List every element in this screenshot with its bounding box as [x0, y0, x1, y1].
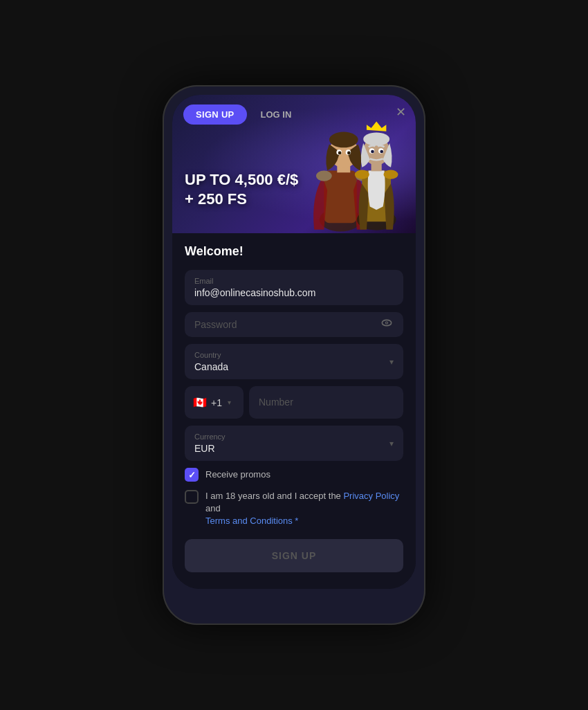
phone-row: 🇨🇦 +1 ▾ Number [185, 386, 403, 419]
currency-value: EUR [194, 443, 394, 454]
hero-banner: SIGN UP LOG IN ✕ [172, 95, 416, 233]
tab-signup[interactable]: SIGN UP [183, 104, 247, 125]
country-field[interactable]: Country Canada ▾ [185, 344, 403, 379]
tos-connector: and [205, 503, 221, 513]
svg-point-18 [371, 150, 374, 154]
promo-text: UP TO 4,500 €/$ + 250 FS [185, 170, 298, 210]
canada-flag-icon: 🇨🇦 [193, 396, 207, 409]
tab-row: SIGN UP LOG IN [183, 104, 301, 125]
promo-line2: + 250 FS [185, 190, 298, 210]
svg-point-19 [380, 150, 383, 154]
country-label: Country [194, 351, 394, 359]
privacy-policy-link[interactable]: Privacy Policy [343, 491, 399, 501]
email-field[interactable]: Email info@onlinecasinoshub.com [185, 270, 403, 305]
svg-point-4 [329, 132, 358, 148]
currency-chevron-icon: ▾ [389, 439, 394, 448]
phone-code-selector[interactable]: 🇨🇦 +1 ▾ [185, 386, 244, 419]
tos-label: I am 18 years old and I accept the Priva… [205, 490, 403, 528]
phone-number-field[interactable]: Number [249, 386, 403, 419]
email-label: Email [194, 277, 394, 285]
promos-checkbox[interactable] [185, 468, 199, 482]
phone-code-text: +1 [211, 397, 222, 408]
tos-checkbox-row: I am 18 years old and I accept the Priva… [185, 490, 403, 528]
country-value: Canada [194, 361, 394, 372]
svg-point-8 [347, 152, 351, 155]
svg-point-24 [386, 322, 387, 324]
form-area: Welcome! Email info@onlinecasinoshub.com… [172, 233, 416, 589]
svg-point-9 [316, 170, 332, 181]
close-button[interactable]: ✕ [396, 104, 406, 120]
promos-label: Receive promos [205, 468, 270, 481]
email-value: info@onlinecasinoshub.com [194, 287, 394, 298]
currency-label: Currency [194, 433, 394, 441]
password-field[interactable]: Password [185, 312, 403, 337]
tos-prefix: I am 18 years old and I accept the [205, 491, 343, 501]
signup-button[interactable]: SIGN UP [185, 539, 403, 572]
tab-login[interactable]: LOG IN [251, 104, 302, 125]
phone-code-chevron-icon: ▾ [228, 399, 231, 406]
svg-point-21 [384, 170, 398, 179]
number-placeholder: Number [259, 397, 293, 408]
show-password-icon[interactable] [380, 316, 394, 334]
tos-checkbox[interactable] [185, 490, 199, 504]
country-chevron-icon: ▾ [389, 357, 394, 367]
currency-field[interactable]: Currency EUR ▾ [185, 426, 403, 461]
password-placeholder: Password [194, 319, 394, 330]
svg-point-7 [338, 152, 342, 155]
promo-line1: UP TO 4,500 €/$ [185, 170, 298, 190]
promos-checkbox-row: Receive promos [185, 468, 403, 482]
char-old [355, 121, 398, 230]
welcome-title: Welcome! [185, 244, 403, 259]
svg-point-20 [355, 170, 369, 179]
terms-link[interactable]: Terms and Conditions * [205, 516, 298, 526]
svg-point-15 [363, 133, 389, 146]
